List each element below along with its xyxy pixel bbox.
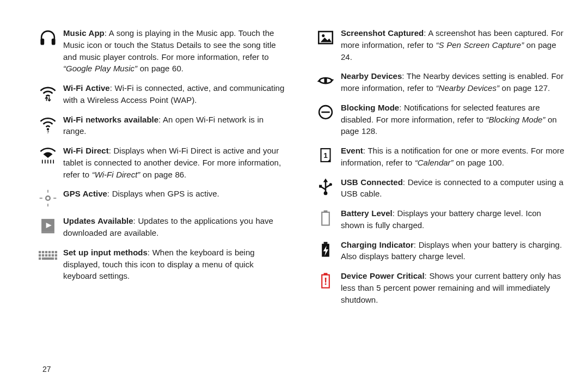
entry: ?Wi-Fi networks available: An open Wi-Fi… [33, 114, 289, 138]
usb-icon [310, 176, 341, 200]
charging-icon [310, 239, 341, 263]
svg-rect-21 [48, 251, 51, 253]
entry-bold: USB Connected [341, 177, 403, 187]
wifi-active-icon [33, 82, 63, 106]
entry-ref: “Nearby Devices” [436, 83, 499, 93]
entry-bold: Blocking Mode [341, 103, 399, 112]
battery-icon [310, 207, 341, 231]
entry: USB Connected: Device is connected to a … [310, 176, 566, 200]
gps-icon [33, 188, 63, 207]
entry: Wi-Fi Active: Wi-Fi is connected, active… [33, 82, 289, 106]
entry: GPS Active: Displays when GPS is active. [33, 188, 289, 207]
entry: Screenshot Captured: A screenshot has be… [310, 27, 566, 63]
svg-rect-25 [42, 254, 44, 256]
svg-rect-32 [55, 258, 57, 260]
entry-bold: Music App [63, 28, 105, 38]
entry-ref: “Calendar” [415, 158, 454, 167]
svg-rect-50 [322, 212, 329, 225]
entry-text: Wi-Fi networks available: An open Wi-Fi … [63, 114, 289, 138]
entry-text: Event: This is a notification for one or… [341, 145, 566, 169]
entry-text: Blocking Mode: Notifications for selecte… [341, 102, 566, 137]
entry-ref: “Blocking Mode” [486, 115, 545, 124]
entry: !Device Power Critical: Shows your curre… [310, 270, 566, 305]
manual-page: Music App: A song is playing in the Musi… [0, 0, 588, 392]
entry-text: Wi-Fi Active: Wi-Fi is connected, active… [63, 82, 289, 106]
entry: 1Event: This is a notification for one o… [310, 145, 566, 169]
svg-rect-23 [55, 251, 57, 253]
svg-rect-22 [52, 251, 54, 253]
headphones-icon [33, 27, 63, 75]
entry-tail: on page 100. [454, 158, 504, 167]
entry-bold: Wi-Fi networks available [63, 115, 158, 124]
svg-rect-24 [39, 254, 41, 256]
entry: Blocking Mode: Notifications for selecte… [310, 102, 566, 137]
nearby-icon [310, 70, 341, 94]
svg-marker-47 [323, 178, 328, 182]
entry-text: Music App: A song is playing in the Musi… [63, 27, 289, 75]
entry-bold: Charging Indicator [341, 240, 414, 249]
entry-bold: Battery Level [341, 209, 393, 218]
entry-text: Battery Level: Displays your battery cha… [341, 207, 566, 231]
entry: Updates Available: Updates to the applic… [33, 215, 289, 239]
svg-text:!: ! [324, 276, 327, 287]
right-column: Screenshot Captured: A screenshot has be… [310, 27, 566, 381]
entry-text: Nearby Devices: The Nearby devices setti… [341, 70, 566, 94]
svg-point-10 [46, 197, 49, 200]
svg-rect-19 [42, 251, 44, 253]
svg-point-48 [329, 183, 332, 186]
entry-tail: on page 86. [140, 170, 186, 179]
entry: Wi-Fi Direct: Displays when Wi-Fi Direct… [33, 145, 289, 180]
entry-text: Device Power Critical: Shows your curren… [341, 270, 566, 305]
entry: Music App: A song is playing in the Musi… [33, 27, 289, 75]
svg-rect-20 [45, 251, 47, 253]
entry: Battery Level: Displays your battery cha… [310, 207, 566, 231]
left-column: Music App: A song is playing in the Musi… [33, 27, 289, 381]
entry-bold: Wi-Fi Active [63, 83, 110, 93]
entry-ref: “Google Play Music” [63, 64, 137, 73]
entry-plain: : Displays when GPS is active. [107, 189, 219, 198]
svg-rect-39 [324, 78, 327, 83]
entry-text: Wi-Fi Direct: Displays when Wi-Fi Direct… [63, 145, 289, 180]
entry-text: Screenshot Captured: A screenshot has be… [341, 27, 566, 63]
svg-rect-26 [45, 254, 47, 256]
svg-rect-56 [324, 273, 328, 274]
entry-text: Set up input methods: When the keyboard … [63, 247, 289, 282]
svg-rect-49 [319, 185, 322, 187]
entry-bold: Nearby Devices [341, 71, 402, 81]
entry-bold: Device Power Critical [341, 271, 425, 280]
svg-rect-53 [324, 242, 328, 243]
entry-bold: Wi-Fi Direct [63, 146, 109, 155]
svg-rect-51 [324, 210, 328, 212]
entry-bold: GPS Active [63, 189, 107, 198]
wifi-direct-icon [33, 145, 63, 180]
critical-icon: ! [310, 270, 341, 305]
svg-rect-0 [40, 39, 44, 45]
svg-rect-1 [52, 39, 56, 45]
entry-ref: “Wi-Fi Direct” [92, 170, 140, 179]
keyboard-icon [33, 247, 63, 282]
entry-text: Updates Available: Updates to the applic… [63, 215, 289, 239]
svg-rect-28 [52, 254, 54, 256]
entry-ref: “S Pen Screen Capture” [436, 40, 524, 50]
entry: Set up input methods: When the keyboard … [33, 247, 289, 282]
entry-bold: Updates Available [63, 216, 133, 225]
entry-text: USB Connected: Device is connected to a … [341, 176, 566, 200]
svg-marker-35 [321, 38, 332, 42]
wifi-avail-icon: ? [33, 114, 63, 138]
svg-rect-30 [39, 258, 41, 260]
entry-tail: on page 127. [499, 83, 550, 93]
event-icon: 1 [310, 145, 341, 169]
entry-tail: on page 60. [137, 64, 183, 73]
entry-text: Charging Indicator: Displays when your b… [341, 239, 566, 263]
svg-text:?: ? [47, 130, 49, 133]
svg-rect-29 [55, 254, 57, 256]
blocking-icon [310, 102, 341, 137]
updates-icon [33, 215, 63, 239]
entry-bold: Event [341, 146, 363, 155]
svg-rect-31 [42, 258, 54, 260]
svg-point-34 [322, 34, 324, 37]
entry-text: GPS Active: Displays when GPS is active. [63, 188, 289, 207]
entry-bold: Screenshot Captured [341, 28, 424, 38]
screenshot-icon [310, 27, 341, 63]
svg-rect-18 [39, 251, 41, 253]
